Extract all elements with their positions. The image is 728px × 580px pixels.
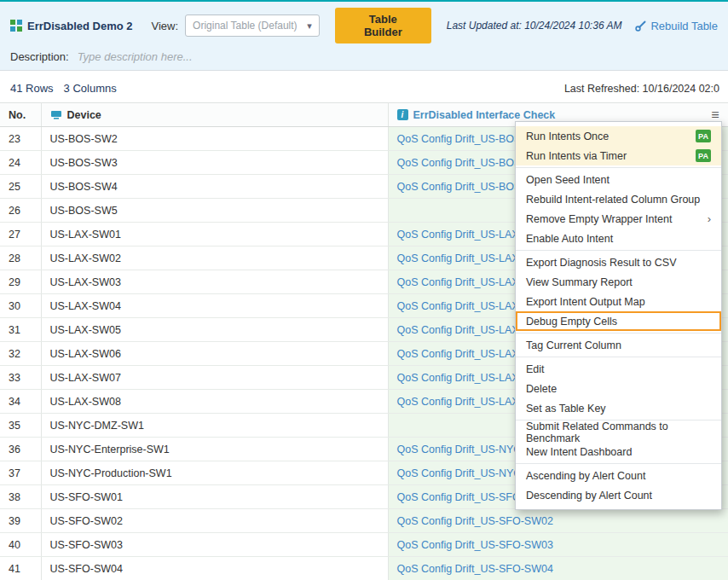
row-number-cell: 38 <box>0 485 41 509</box>
table-builder-button[interactable]: Table Builder <box>335 8 431 44</box>
menu-item-label: Edit <box>526 363 545 375</box>
table-row[interactable]: 40US-SFO-SW03QoS Config Drift_US-SFO-SW0… <box>0 533 728 557</box>
menu-item[interactable]: Descending by Alert Count <box>516 485 721 505</box>
device-header-label: Device <box>67 109 101 121</box>
row-number-cell: 23 <box>0 127 41 151</box>
row-number-cell: 40 <box>0 533 41 557</box>
menu-item-label: Set as Table Key <box>526 403 606 415</box>
menu-group: Ascending by Alert CountDescending by Al… <box>516 464 721 507</box>
app-window: ErrDisabled Demo 2 View: Original Table … <box>0 0 728 580</box>
menu-item[interactable]: Remove Empty Wrapper Intent› <box>516 209 721 229</box>
rows-count: 41 Rows <box>10 82 54 95</box>
menu-item[interactable]: Export Intent Output Map <box>516 292 721 311</box>
menu-item-label: Run Intents via Timer <box>526 150 627 162</box>
row-number-cell: 33 <box>0 366 41 390</box>
menu-item[interactable]: Open Seed Intent <box>516 170 721 189</box>
device-icon <box>50 110 62 120</box>
menu-item-label: View Summary Report <box>526 276 633 288</box>
device-cell: US-SFO-SW03 <box>41 533 388 557</box>
menu-item-label: Enable Auto Intent <box>526 233 613 245</box>
row-number-cell: 34 <box>0 390 41 414</box>
device-cell: US-BOS-SW4 <box>41 175 388 199</box>
check-header-label: ErrDisabled Interface Check <box>413 109 556 121</box>
row-number-cell: 30 <box>0 294 41 318</box>
row-number-cell: 24 <box>0 151 41 175</box>
device-cell: US-LAX-SW04 <box>41 294 388 318</box>
view-select-dropdown[interactable]: Original Table (Default) ▾ <box>185 14 320 37</box>
menu-item[interactable]: Run Intents via TimerPA <box>516 146 721 165</box>
description-label: Description: <box>10 50 69 63</box>
device-cell: US-SFO-SW01 <box>41 485 388 509</box>
rebuild-table-action[interactable]: Rebuild Table <box>635 20 718 32</box>
chevron-down-icon: ▾ <box>307 20 312 32</box>
columns-count: 3 Columns <box>64 82 117 95</box>
menu-item[interactable]: New Intent Dashboard <box>516 442 721 461</box>
submenu-chevron-icon: › <box>708 212 711 225</box>
view-select-value: Original Table (Default) <box>193 20 298 32</box>
menu-item-label: Descending by Alert Count <box>526 490 652 502</box>
row-number-cell: 41 <box>0 557 41 580</box>
column-menu-icon[interactable]: ≡ <box>711 108 719 122</box>
row-number-cell: 35 <box>0 414 41 438</box>
menu-group: Tag Current Column <box>516 334 721 357</box>
device-cell: US-LAX-SW05 <box>41 318 388 342</box>
menu-group: Open Seed IntentRebuild Intent-related C… <box>516 168 721 251</box>
menu-item[interactable]: View Summary Report <box>516 272 721 292</box>
rebuild-wrench-icon <box>635 20 646 32</box>
menu-group: Export Diagnosis Result to CSVView Summa… <box>516 251 721 334</box>
row-number-cell: 31 <box>0 318 41 342</box>
menu-group: Run Intents OncePARun Intents via TimerP… <box>516 125 721 168</box>
device-cell: US-LAX-SW03 <box>41 270 388 294</box>
device-cell: US-LAX-SW02 <box>41 246 388 270</box>
page-title: ErrDisabled Demo 2 <box>27 20 133 32</box>
device-cell: US-BOS-SW5 <box>41 199 388 223</box>
row-number-cell: 37 <box>0 461 41 485</box>
menu-item[interactable]: Edit <box>516 359 721 379</box>
toolbar-row: ErrDisabled Demo 2 View: Original Table … <box>0 2 728 47</box>
last-updated-text: Last Updated at: 10/24/2024 10:36 AM <box>447 20 622 32</box>
check-cell: QoS Config Drift_US-SFO-SW02 <box>388 509 728 533</box>
intent-link[interactable]: QoS Config Drift_US-SFO-SW03 <box>397 539 553 551</box>
device-cell: US-SFO-SW02 <box>41 509 388 533</box>
menu-item[interactable]: Delete <box>516 379 721 398</box>
rebuild-table-link: Rebuild Table <box>650 20 718 32</box>
column-header-device[interactable]: Device <box>41 103 388 127</box>
column-header-no[interactable]: No. <box>0 103 41 127</box>
menu-group: EditDeleteSet as Table Key <box>516 357 721 420</box>
menu-item[interactable]: Ascending by Alert Count <box>516 466 721 485</box>
menu-item[interactable]: Submit Related Commands to Benchmark <box>516 422 721 442</box>
intent-link[interactable]: QoS Config Drift_US-SFO-SW02 <box>397 515 553 527</box>
intent-link[interactable]: QoS Config Drift_US-SFO-SW04 <box>397 563 553 575</box>
pa-badge-icon: PA <box>696 130 711 142</box>
device-cell: US-LAX-SW06 <box>41 342 388 366</box>
menu-item[interactable]: Enable Auto Intent <box>516 229 721 248</box>
table-icon <box>10 20 22 32</box>
row-number-cell: 32 <box>0 342 41 366</box>
description-input[interactable]: Type description here... <box>78 50 193 63</box>
top-toolbar: ErrDisabled Demo 2 View: Original Table … <box>0 2 728 71</box>
menu-item-label: Export Diagnosis Result to CSV <box>526 257 676 269</box>
menu-item[interactable]: Set as Table Key <box>516 398 721 418</box>
menu-item[interactable]: Export Diagnosis Result to CSV <box>516 252 721 272</box>
table-row[interactable]: 39US-SFO-SW02QoS Config Drift_US-SFO-SW0… <box>0 509 728 533</box>
device-cell: US-NYC-Enterprise-SW1 <box>41 438 388 461</box>
row-number-cell: 25 <box>0 175 41 199</box>
device-cell: US-LAX-SW07 <box>41 366 388 390</box>
menu-item-label: Run Intents Once <box>526 130 609 142</box>
menu-item[interactable]: Debug Empty Cells <box>516 311 721 331</box>
row-number-cell: 27 <box>0 223 41 246</box>
row-number-cell: 28 <box>0 246 41 270</box>
menu-item-label: Export Intent Output Map <box>526 296 645 308</box>
table-row[interactable]: 41US-SFO-SW04QoS Config Drift_US-SFO-SW0… <box>0 557 728 580</box>
menu-item[interactable]: Tag Current Column <box>516 335 721 355</box>
row-number-cell: 36 <box>0 438 41 461</box>
menu-item[interactable]: Rebuild Intent-related Column Group <box>516 189 721 209</box>
device-cell: US-NYC-DMZ-SW1 <box>41 414 388 438</box>
pa-badge-icon: PA <box>696 149 711 162</box>
device-cell: US-SFO-SW04 <box>41 557 388 580</box>
column-context-menu: Run Intents OncePARun Intents via TimerP… <box>515 121 722 510</box>
menu-item[interactable]: Run Intents OncePA <box>516 126 721 146</box>
menu-item-label: New Intent Dashboard <box>526 446 632 458</box>
menu-item-label: Debug Empty Cells <box>526 316 617 328</box>
row-number-cell: 26 <box>0 199 41 223</box>
